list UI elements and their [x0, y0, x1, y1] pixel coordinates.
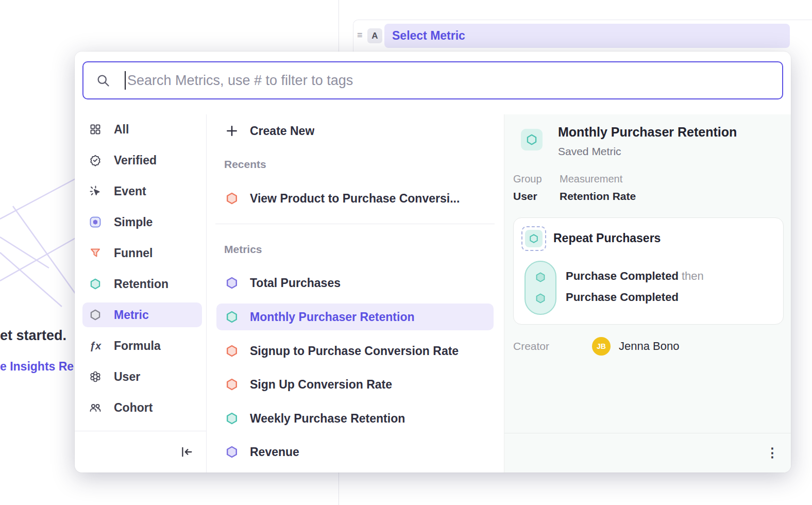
group-value: User — [513, 190, 560, 203]
sidebar-item-label: Retention — [114, 277, 168, 291]
detail-metric-hexagon-icon — [521, 129, 543, 150]
simple-hexagon-icon — [225, 276, 239, 290]
metric-row-label: Revenue — [250, 445, 299, 459]
funnel-hexagon-icon — [225, 192, 239, 205]
collapse-sidebar-button[interactable] — [177, 442, 196, 462]
query-builder-card: ≡ A Select Metric — [353, 20, 812, 52]
behavior-steps-pill — [525, 261, 556, 315]
step2-event: Purchase Completed — [566, 291, 679, 304]
sidebar-item-simple[interactable]: Simple — [82, 210, 202, 234]
behavior-step-1: Purchase Completed then — [566, 270, 704, 283]
creator-row: Creator JB Jenna Bono — [513, 336, 781, 357]
search-icon — [96, 73, 110, 88]
sidebar-bottom-divider — [75, 431, 206, 431]
behavior-dashed-icon — [521, 226, 546, 251]
behavior-title: Repeat Purchasers — [553, 231, 661, 245]
recent-metric-row[interactable]: View Product to Purchase Conversi... — [216, 185, 494, 212]
cohort-people-icon — [89, 401, 102, 414]
grid-icon — [89, 123, 102, 136]
simple-metric-icon — [89, 215, 102, 229]
funnel-hexagon-icon — [225, 344, 239, 358]
create-new-button[interactable]: Create New — [216, 117, 494, 144]
sidebar-item-label: All — [114, 123, 129, 137]
detail-meta: Group User Measurement Retention Rate — [513, 173, 636, 203]
retention-hexagon-icon — [89, 277, 102, 291]
measurement-value: Retention Rate — [560, 190, 636, 203]
text-caret — [125, 71, 126, 90]
metric-row-monthly-purchaser-retention[interactable]: Monthly Purchaser Retention — [216, 304, 494, 330]
metric-row-label: Total Purchases — [250, 276, 341, 290]
series-a-badge: A — [367, 28, 382, 43]
background-link-fragment[interactable]: e Insights Re — [0, 360, 74, 374]
creator-avatar: JB — [592, 337, 611, 356]
metric-row-label: Signup to Purchase Conversion Rate — [250, 344, 459, 358]
more-options-button[interactable]: ⋮ — [761, 441, 784, 464]
sidebar-item-label: Funnel — [114, 246, 153, 260]
group-label: Group — [513, 173, 560, 185]
metric-hexagon-icon — [89, 308, 102, 322]
behavior-step-2: Purchase Completed — [566, 291, 679, 304]
sidebar-item-retention[interactable]: Retention — [82, 272, 202, 296]
metric-detail-panel: Monthly Purchaser Retention Saved Metric… — [504, 114, 791, 473]
select-metric-field[interactable]: Select Metric — [384, 24, 790, 48]
sidebar-item-user[interactable]: User — [82, 364, 202, 389]
filter-sidebar: All Verified Event Simple Funnel — [82, 117, 202, 426]
metrics-header: Metrics — [224, 243, 262, 256]
metric-row-label: Weekly Purchase Retention — [250, 412, 405, 426]
sidebar-item-label: User — [114, 370, 140, 384]
metric-row-signup-to-purchase[interactable]: Signup to Purchase Conversion Rate — [216, 338, 494, 364]
sidebar-item-label: Verified — [114, 154, 157, 167]
sidebar-item-all[interactable]: All — [82, 117, 202, 142]
retention-hexagon-icon — [225, 412, 239, 425]
metric-row-weekly-purchase-retention[interactable]: Weekly Purchase Retention — [216, 405, 494, 432]
step-hexagon-icon — [535, 272, 546, 285]
formula-icon: ƒx — [89, 339, 102, 352]
collapse-arrow-icon — [179, 445, 194, 459]
simple-hexagon-icon — [225, 445, 239, 459]
step1-event: Purchase Completed — [566, 270, 679, 282]
event-cursor-icon — [89, 184, 102, 198]
metric-row-total-purchases[interactable]: Total Purchases — [216, 270, 494, 296]
select-metric-label: Select Metric — [392, 29, 465, 43]
sidebar-item-event[interactable]: Event — [82, 179, 202, 204]
sidebar-item-label: Metric — [114, 308, 149, 322]
drag-handle-icon[interactable]: ≡ — [357, 30, 363, 40]
user-flower-icon — [89, 370, 102, 383]
sidebar-item-verified[interactable]: Verified — [82, 148, 202, 173]
recents-header: Recents — [224, 158, 266, 171]
metric-row-signup-conversion[interactable]: Sign Up Conversion Rate — [216, 371, 494, 398]
sidebar-item-label: Formula — [114, 339, 161, 353]
verified-badge-icon — [89, 154, 102, 167]
sidebar-item-cohort[interactable]: Cohort — [82, 395, 202, 420]
sidebar-item-label: Cohort — [114, 401, 153, 415]
funnel-icon — [89, 246, 102, 260]
metric-picker-modal: All Verified Event Simple Funnel — [75, 52, 791, 473]
detail-title: Monthly Purchaser Retention — [558, 125, 737, 140]
sidebar-item-label: Simple — [114, 215, 153, 229]
creator-label: Creator — [513, 340, 549, 352]
behavior-hexagon-icon — [525, 230, 543, 247]
sidebar-list-divider — [206, 114, 207, 473]
recent-metric-label: View Product to Purchase Conversi... — [250, 192, 460, 206]
funnel-hexagon-icon — [225, 378, 239, 391]
step-connector: then — [682, 270, 704, 282]
metric-row-label: Monthly Purchaser Retention — [250, 310, 414, 324]
decorative-chart-lines — [0, 170, 80, 314]
search-input[interactable] — [127, 73, 782, 89]
creator-name: Jenna Bono — [619, 340, 679, 353]
background-heading-fragment: et started. — [0, 328, 66, 344]
sidebar-item-funnel[interactable]: Funnel — [82, 241, 202, 265]
search-box[interactable] — [82, 61, 783, 99]
sidebar-item-formula[interactable]: ƒx Formula — [82, 333, 202, 358]
sidebar-item-metric[interactable]: Metric — [82, 302, 202, 327]
retention-hexagon-icon — [225, 310, 239, 324]
metric-row-revenue[interactable]: Revenue — [216, 439, 494, 465]
step-hexagon-icon — [535, 293, 546, 306]
metric-row-label: Sign Up Conversion Rate — [250, 378, 392, 392]
sidebar-item-label: Event — [114, 184, 146, 198]
plus-icon — [225, 124, 239, 138]
recents-metrics-divider — [215, 224, 495, 224]
measurement-label: Measurement — [560, 173, 636, 185]
create-new-label: Create New — [250, 124, 314, 138]
detail-footer-divider — [504, 433, 791, 433]
